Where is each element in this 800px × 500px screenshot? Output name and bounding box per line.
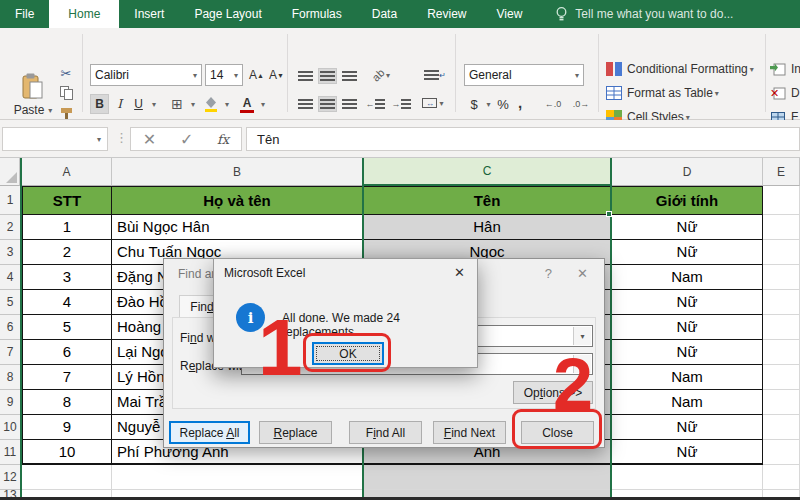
row-header-4[interactable]: 4 [0,265,20,290]
cell-E10[interactable] [763,415,800,440]
wrap-text-icon[interactable]: ↵ [424,66,446,84]
bold-button[interactable]: B [90,94,109,114]
cell-D11[interactable]: Nữ [612,440,763,465]
font-size-combo[interactable]: 14▾ [205,64,243,86]
row-header-8[interactable]: 8 [0,365,20,390]
row-header-11[interactable]: 11 [0,440,20,465]
column-header-D[interactable]: D [612,158,763,186]
row-header-6[interactable]: 6 [0,315,20,340]
cell-B12[interactable] [112,465,363,490]
column-header-E[interactable]: E [763,158,800,186]
decrease-decimal-icon[interactable]: .0→ [568,94,594,114]
dialog-close-icon[interactable]: ✕ [577,266,588,281]
underline-button[interactable]: U [130,94,147,114]
cell-A10[interactable]: 9 [22,415,112,440]
cell-D6[interactable]: Nữ [612,315,763,340]
cell-C1[interactable]: Tên [363,186,612,215]
tell-me-box[interactable]: Tell me what you want to do... [555,0,733,28]
align-center-icon[interactable] [318,96,337,112]
underline-dropdown-icon[interactable]: ▾ [149,96,159,112]
borders-dropdown-icon[interactable]: ▾ [188,96,198,112]
currency-icon[interactable]: $ [466,94,482,114]
row-header-10[interactable]: 10 [0,415,20,440]
cell-A7[interactable]: 6 [22,340,112,365]
cell-E2[interactable] [763,215,800,240]
cell-B1[interactable]: Họ và tên [112,186,363,215]
cell-B2[interactable]: Bùi Ngọc Hân [112,215,363,240]
cell-E4[interactable] [763,265,800,290]
cell-A9[interactable]: 8 [22,390,112,415]
middle-align-icon[interactable] [318,68,337,84]
cell-D1[interactable]: Giới tính [612,186,763,215]
column-header-C[interactable]: C [363,158,612,186]
find-what-dropdown-icon[interactable]: ▾ [573,327,591,345]
find-next-button[interactable]: Find Next [433,421,506,444]
format-as-table-button[interactable]: Format as Table▾ [606,86,719,100]
increase-indent-icon[interactable]: → [390,96,412,112]
font-color-icon[interactable]: A [238,94,256,114]
copy-icon[interactable] [56,84,76,102]
cell-D8[interactable]: Nam [612,365,763,390]
select-all-button[interactable] [0,158,20,186]
cell-D3[interactable]: Nữ [612,240,763,265]
cell-D4[interactable]: Nam [612,265,763,290]
align-left-icon[interactable] [296,96,315,112]
cell-A3[interactable]: 2 [22,240,112,265]
bottom-align-icon[interactable] [340,68,359,84]
cell-D7[interactable]: Nữ [612,340,763,365]
tab-home[interactable]: Home [49,0,119,28]
cell-E5[interactable] [763,290,800,315]
borders-icon[interactable]: ⊞ [168,94,186,114]
replace-button[interactable]: Replace [259,421,332,444]
row-header-12[interactable]: 12 [0,465,20,490]
cut-icon[interactable]: ✂ [56,64,76,82]
percent-icon[interactable]: % [494,94,512,114]
italic-button[interactable]: I [111,94,128,114]
cell-A4[interactable]: 3 [22,265,112,290]
tab-insert[interactable]: Insert [119,0,179,28]
cell-E12[interactable] [763,465,800,490]
tab-view[interactable]: View [482,0,538,28]
tab-file[interactable]: File [0,0,49,28]
cell-A12[interactable] [22,465,112,490]
enter-icon[interactable]: ✓ [180,130,193,149]
orientation-icon[interactable]: ab▾ [368,66,394,84]
row-header-1[interactable]: 1 [0,186,20,215]
align-right-icon[interactable] [340,96,359,112]
fill-color-icon[interactable] [202,94,220,114]
decrease-indent-icon[interactable]: ← [364,96,386,112]
font-name-combo[interactable]: Calibri▾ [90,64,202,86]
cell-A6[interactable]: 5 [22,315,112,340]
tab-data[interactable]: Data [357,0,412,28]
tab-review[interactable]: Review [412,0,481,28]
paste-button[interactable]: Paste▾ [8,64,58,126]
insert-function-icon[interactable]: fx [217,132,229,147]
cell-E6[interactable] [763,315,800,340]
top-align-icon[interactable] [296,68,315,84]
message-box-close-icon[interactable]: ✕ [454,265,465,280]
increase-font-icon[interactable]: A▲ [248,66,265,84]
cell-D2[interactable]: Nữ [612,215,763,240]
selection-fill-handle[interactable] [606,211,612,217]
increase-decimal-icon[interactable]: ←.0 [540,94,566,114]
cell-E7[interactable] [763,340,800,365]
row-header-7[interactable]: 7 [0,340,20,365]
fill-color-dropdown-icon[interactable]: ▾ [222,96,232,112]
conditional-formatting-button[interactable]: Conditional Formatting▾ [606,62,754,76]
cell-A1[interactable]: STT [22,186,112,215]
cell-A8[interactable]: 7 [22,365,112,390]
cell-E1[interactable] [763,186,800,215]
number-format-combo[interactable]: General▾ [464,64,584,86]
column-header-A[interactable]: A [22,158,112,186]
row-header-9[interactable]: 9 [0,390,20,415]
find-all-button[interactable]: Find All [349,421,422,444]
cell-D12[interactable] [612,465,763,490]
tab-formulas[interactable]: Formulas [277,0,357,28]
column-header-B[interactable]: B [112,158,363,186]
help-icon[interactable]: ? [545,266,552,281]
cell-E8[interactable] [763,365,800,390]
tab-page-layout[interactable]: Page Layout [179,0,276,28]
cancel-icon[interactable]: ✕ [143,130,156,149]
currency-dropdown-icon[interactable]: ▾ [484,96,493,112]
cell-C2[interactable]: Hân [363,215,612,240]
